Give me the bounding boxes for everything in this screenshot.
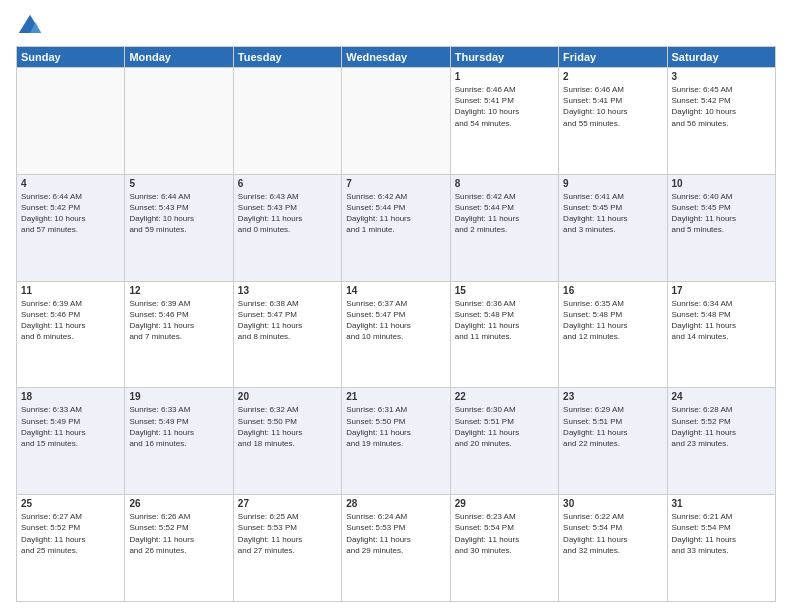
calendar-cell: 16Sunrise: 6:35 AM Sunset: 5:48 PM Dayli… <box>559 281 667 388</box>
weekday-header-row: SundayMondayTuesdayWednesdayThursdayFrid… <box>17 47 776 68</box>
calendar-cell: 26Sunrise: 6:26 AM Sunset: 5:52 PM Dayli… <box>125 495 233 602</box>
day-number: 2 <box>563 71 662 82</box>
day-number: 21 <box>346 391 445 402</box>
day-info: Sunrise: 6:36 AM Sunset: 5:48 PM Dayligh… <box>455 298 554 343</box>
calendar-cell: 10Sunrise: 6:40 AM Sunset: 5:45 PM Dayli… <box>667 174 775 281</box>
calendar-cell: 22Sunrise: 6:30 AM Sunset: 5:51 PM Dayli… <box>450 388 558 495</box>
day-number: 4 <box>21 178 120 189</box>
calendar-cell: 13Sunrise: 6:38 AM Sunset: 5:47 PM Dayli… <box>233 281 341 388</box>
calendar-cell: 9Sunrise: 6:41 AM Sunset: 5:45 PM Daylig… <box>559 174 667 281</box>
calendar-cell: 6Sunrise: 6:43 AM Sunset: 5:43 PM Daylig… <box>233 174 341 281</box>
day-number: 16 <box>563 285 662 296</box>
weekday-header-saturday: Saturday <box>667 47 775 68</box>
calendar-cell: 17Sunrise: 6:34 AM Sunset: 5:48 PM Dayli… <box>667 281 775 388</box>
day-number: 13 <box>238 285 337 296</box>
day-number: 10 <box>672 178 771 189</box>
calendar-body: 1Sunrise: 6:46 AM Sunset: 5:41 PM Daylig… <box>17 68 776 602</box>
day-info: Sunrise: 6:22 AM Sunset: 5:54 PM Dayligh… <box>563 511 662 556</box>
day-number: 8 <box>455 178 554 189</box>
calendar-cell: 24Sunrise: 6:28 AM Sunset: 5:52 PM Dayli… <box>667 388 775 495</box>
logo-icon <box>16 12 44 40</box>
day-info: Sunrise: 6:24 AM Sunset: 5:53 PM Dayligh… <box>346 511 445 556</box>
calendar-cell: 2Sunrise: 6:46 AM Sunset: 5:41 PM Daylig… <box>559 68 667 175</box>
day-info: Sunrise: 6:44 AM Sunset: 5:42 PM Dayligh… <box>21 191 120 236</box>
day-info: Sunrise: 6:42 AM Sunset: 5:44 PM Dayligh… <box>346 191 445 236</box>
day-info: Sunrise: 6:41 AM Sunset: 5:45 PM Dayligh… <box>563 191 662 236</box>
day-info: Sunrise: 6:30 AM Sunset: 5:51 PM Dayligh… <box>455 404 554 449</box>
calendar-cell <box>233 68 341 175</box>
calendar-cell: 3Sunrise: 6:45 AM Sunset: 5:42 PM Daylig… <box>667 68 775 175</box>
day-number: 3 <box>672 71 771 82</box>
weekday-header-thursday: Thursday <box>450 47 558 68</box>
day-number: 27 <box>238 498 337 509</box>
day-number: 19 <box>129 391 228 402</box>
calendar-cell: 11Sunrise: 6:39 AM Sunset: 5:46 PM Dayli… <box>17 281 125 388</box>
calendar-cell: 25Sunrise: 6:27 AM Sunset: 5:52 PM Dayli… <box>17 495 125 602</box>
day-number: 18 <box>21 391 120 402</box>
day-number: 30 <box>563 498 662 509</box>
day-info: Sunrise: 6:45 AM Sunset: 5:42 PM Dayligh… <box>672 84 771 129</box>
day-number: 22 <box>455 391 554 402</box>
day-info: Sunrise: 6:33 AM Sunset: 5:49 PM Dayligh… <box>21 404 120 449</box>
day-info: Sunrise: 6:25 AM Sunset: 5:53 PM Dayligh… <box>238 511 337 556</box>
calendar-week-1: 1Sunrise: 6:46 AM Sunset: 5:41 PM Daylig… <box>17 68 776 175</box>
calendar-cell: 30Sunrise: 6:22 AM Sunset: 5:54 PM Dayli… <box>559 495 667 602</box>
day-info: Sunrise: 6:31 AM Sunset: 5:50 PM Dayligh… <box>346 404 445 449</box>
day-info: Sunrise: 6:42 AM Sunset: 5:44 PM Dayligh… <box>455 191 554 236</box>
day-number: 26 <box>129 498 228 509</box>
day-info: Sunrise: 6:37 AM Sunset: 5:47 PM Dayligh… <box>346 298 445 343</box>
weekday-header-tuesday: Tuesday <box>233 47 341 68</box>
calendar-cell: 28Sunrise: 6:24 AM Sunset: 5:53 PM Dayli… <box>342 495 450 602</box>
day-number: 28 <box>346 498 445 509</box>
header <box>16 12 776 40</box>
day-info: Sunrise: 6:21 AM Sunset: 5:54 PM Dayligh… <box>672 511 771 556</box>
calendar-cell <box>125 68 233 175</box>
calendar-cell: 14Sunrise: 6:37 AM Sunset: 5:47 PM Dayli… <box>342 281 450 388</box>
day-number: 17 <box>672 285 771 296</box>
day-info: Sunrise: 6:26 AM Sunset: 5:52 PM Dayligh… <box>129 511 228 556</box>
day-info: Sunrise: 6:43 AM Sunset: 5:43 PM Dayligh… <box>238 191 337 236</box>
calendar-cell: 21Sunrise: 6:31 AM Sunset: 5:50 PM Dayli… <box>342 388 450 495</box>
day-info: Sunrise: 6:28 AM Sunset: 5:52 PM Dayligh… <box>672 404 771 449</box>
calendar-cell <box>342 68 450 175</box>
day-info: Sunrise: 6:29 AM Sunset: 5:51 PM Dayligh… <box>563 404 662 449</box>
day-number: 14 <box>346 285 445 296</box>
day-number: 6 <box>238 178 337 189</box>
day-number: 12 <box>129 285 228 296</box>
calendar-cell: 31Sunrise: 6:21 AM Sunset: 5:54 PM Dayli… <box>667 495 775 602</box>
weekday-header-sunday: Sunday <box>17 47 125 68</box>
calendar-cell: 15Sunrise: 6:36 AM Sunset: 5:48 PM Dayli… <box>450 281 558 388</box>
day-number: 5 <box>129 178 228 189</box>
calendar-week-3: 11Sunrise: 6:39 AM Sunset: 5:46 PM Dayli… <box>17 281 776 388</box>
day-info: Sunrise: 6:38 AM Sunset: 5:47 PM Dayligh… <box>238 298 337 343</box>
calendar-table: SundayMondayTuesdayWednesdayThursdayFrid… <box>16 46 776 602</box>
calendar-week-5: 25Sunrise: 6:27 AM Sunset: 5:52 PM Dayli… <box>17 495 776 602</box>
day-number: 11 <box>21 285 120 296</box>
day-number: 23 <box>563 391 662 402</box>
logo <box>16 12 48 40</box>
calendar-cell: 1Sunrise: 6:46 AM Sunset: 5:41 PM Daylig… <box>450 68 558 175</box>
day-info: Sunrise: 6:32 AM Sunset: 5:50 PM Dayligh… <box>238 404 337 449</box>
calendar-cell: 19Sunrise: 6:33 AM Sunset: 5:49 PM Dayli… <box>125 388 233 495</box>
day-number: 15 <box>455 285 554 296</box>
calendar-cell: 8Sunrise: 6:42 AM Sunset: 5:44 PM Daylig… <box>450 174 558 281</box>
day-info: Sunrise: 6:40 AM Sunset: 5:45 PM Dayligh… <box>672 191 771 236</box>
day-number: 20 <box>238 391 337 402</box>
day-info: Sunrise: 6:34 AM Sunset: 5:48 PM Dayligh… <box>672 298 771 343</box>
weekday-header-monday: Monday <box>125 47 233 68</box>
weekday-header-friday: Friday <box>559 47 667 68</box>
day-number: 29 <box>455 498 554 509</box>
day-info: Sunrise: 6:33 AM Sunset: 5:49 PM Dayligh… <box>129 404 228 449</box>
day-number: 9 <box>563 178 662 189</box>
calendar-cell: 5Sunrise: 6:44 AM Sunset: 5:43 PM Daylig… <box>125 174 233 281</box>
day-info: Sunrise: 6:39 AM Sunset: 5:46 PM Dayligh… <box>21 298 120 343</box>
calendar-cell: 20Sunrise: 6:32 AM Sunset: 5:50 PM Dayli… <box>233 388 341 495</box>
day-info: Sunrise: 6:46 AM Sunset: 5:41 PM Dayligh… <box>455 84 554 129</box>
calendar-week-2: 4Sunrise: 6:44 AM Sunset: 5:42 PM Daylig… <box>17 174 776 281</box>
day-info: Sunrise: 6:46 AM Sunset: 5:41 PM Dayligh… <box>563 84 662 129</box>
day-info: Sunrise: 6:35 AM Sunset: 5:48 PM Dayligh… <box>563 298 662 343</box>
day-info: Sunrise: 6:39 AM Sunset: 5:46 PM Dayligh… <box>129 298 228 343</box>
calendar-cell: 12Sunrise: 6:39 AM Sunset: 5:46 PM Dayli… <box>125 281 233 388</box>
calendar-cell: 4Sunrise: 6:44 AM Sunset: 5:42 PM Daylig… <box>17 174 125 281</box>
page: SundayMondayTuesdayWednesdayThursdayFrid… <box>0 0 792 612</box>
